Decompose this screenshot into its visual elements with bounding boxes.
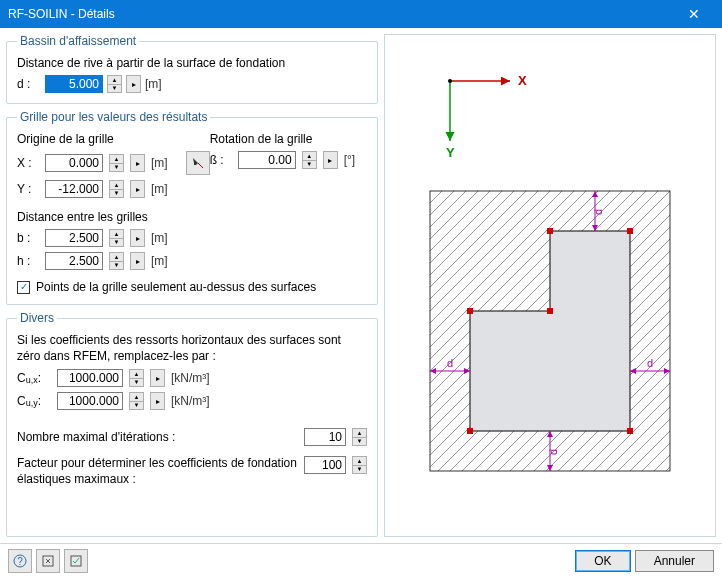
h-dropdown[interactable]: ▸ (130, 252, 145, 270)
x-dropdown[interactable]: ▸ (130, 154, 145, 172)
bassin-legend: Bassin d'affaissement (17, 34, 139, 48)
h-label: h : (17, 254, 39, 268)
svg-rect-4 (467, 428, 473, 434)
factor-input[interactable] (304, 456, 346, 474)
dim-bottom-label: d (547, 448, 559, 454)
d-label: d : (17, 77, 39, 91)
horiz-text: Si les coefficients des ressorts horizon… (17, 333, 367, 364)
help-icon[interactable]: ? (8, 549, 32, 573)
close-button[interactable]: ✕ (674, 0, 714, 28)
cuy-spinner[interactable]: ▲▼ (129, 392, 144, 410)
cuy-dropdown[interactable]: ▸ (150, 392, 165, 410)
axis-origin (448, 79, 452, 83)
beta-label: ß : (210, 153, 232, 167)
ok-button[interactable]: OK (575, 550, 630, 572)
beta-dropdown[interactable]: ▸ (323, 151, 338, 169)
grid-checkbox[interactable]: ✓ (17, 281, 30, 294)
x-spinner[interactable]: ▲▼ (109, 154, 124, 172)
svg-rect-2 (627, 228, 633, 234)
cancel-button[interactable]: Annuler (635, 550, 714, 572)
d-spinner[interactable]: ▲▼ (107, 75, 122, 93)
x-unit: [m] (151, 156, 168, 170)
b-spinner[interactable]: ▲▼ (109, 229, 124, 247)
y-spinner[interactable]: ▲▼ (109, 180, 124, 198)
y-label: Y : (17, 182, 39, 196)
b-label: b : (17, 231, 39, 245)
svg-rect-5 (467, 308, 473, 314)
divers-legend: Divers (17, 311, 57, 325)
beta-spinner[interactable]: ▲▼ (302, 151, 317, 169)
factor-label: Facteur pour déterminer les coefficients… (17, 456, 298, 487)
origin-label: Origine de la grille (17, 132, 210, 146)
d-dropdown[interactable]: ▸ (126, 75, 141, 93)
d-input[interactable] (45, 75, 103, 93)
dist-label: Distance entre les grilles (17, 210, 367, 224)
svg-rect-3 (627, 428, 633, 434)
cux-unit: [kN/m³] (171, 371, 210, 385)
svg-rect-1 (547, 228, 553, 234)
group-grid: Grille pour les valeurs des résultats Or… (6, 110, 378, 305)
window-title: RF-SOILIN - Détails (8, 7, 674, 21)
beta-input[interactable] (238, 151, 296, 169)
factor-spinner[interactable]: ▲▼ (352, 456, 367, 474)
iter-label: Nombre maximal d'itérations : (17, 430, 298, 444)
footer: ? OK Annuler (0, 543, 722, 577)
x-label: X : (17, 156, 39, 170)
titlebar: RF-SOILIN - Détails ✕ (0, 0, 722, 28)
cux-input[interactable] (57, 369, 123, 387)
b-input[interactable] (45, 229, 103, 247)
cuy-unit: [kN/m³] (171, 394, 210, 408)
svg-rect-6 (547, 308, 553, 314)
y-unit: [m] (151, 182, 168, 196)
svg-line-0 (198, 163, 203, 168)
cuy-input[interactable] (57, 392, 123, 410)
cux-dropdown[interactable]: ▸ (150, 369, 165, 387)
cuy-label: Cu,y: (17, 394, 51, 408)
preview-svg: X Y d (390, 41, 710, 531)
rotation-label: Rotation de la grille (210, 132, 367, 146)
left-panel: Bassin d'affaissement Distance de rive à… (6, 34, 378, 537)
iter-input[interactable] (304, 428, 346, 446)
defaults-icon[interactable] (36, 549, 60, 573)
iter-spinner[interactable]: ▲▼ (352, 428, 367, 446)
x-input[interactable] (45, 154, 103, 172)
axis-x-label: X (518, 73, 527, 88)
group-divers: Divers Si les coefficients des ressorts … (6, 311, 378, 537)
axis-y-label: Y (446, 145, 455, 160)
d-unit: [m] (145, 77, 162, 91)
dim-left-label: d (447, 357, 453, 369)
grid-check-label: Points de la grille seulement au-dessus … (36, 280, 316, 294)
svg-text:?: ? (17, 556, 23, 567)
beta-unit: [°] (344, 153, 355, 167)
dim-right-label: d (647, 357, 653, 369)
set-default-icon[interactable] (64, 549, 88, 573)
content: Bassin d'affaissement Distance de rive à… (0, 28, 722, 543)
b-unit: [m] (151, 231, 168, 245)
bassin-line1: Distance de rive à partir de la surface … (17, 56, 367, 70)
cux-label: Cu,x: (17, 371, 51, 385)
dim-top-label: d (592, 208, 604, 214)
b-dropdown[interactable]: ▸ (130, 229, 145, 247)
y-input[interactable] (45, 180, 103, 198)
h-unit: [m] (151, 254, 168, 268)
cux-spinner[interactable]: ▲▼ (129, 369, 144, 387)
preview-panel: X Y d (384, 34, 716, 537)
h-spinner[interactable]: ▲▼ (109, 252, 124, 270)
group-bassin: Bassin d'affaissement Distance de rive à… (6, 34, 378, 104)
y-dropdown[interactable]: ▸ (130, 180, 145, 198)
h-input[interactable] (45, 252, 103, 270)
pick-icon[interactable] (186, 151, 210, 175)
grid-legend: Grille pour les valeurs des résultats (17, 110, 210, 124)
